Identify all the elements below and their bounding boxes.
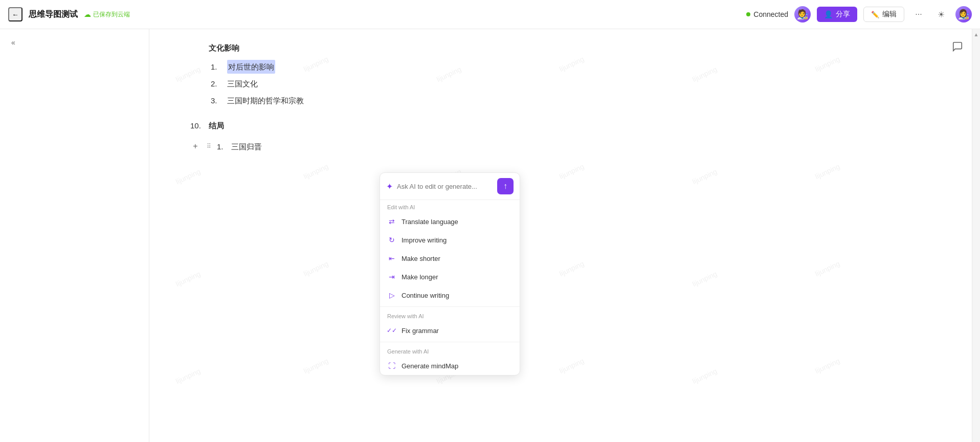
make-longer-menu-item[interactable]: ⇥ Make longer <box>380 268 520 286</box>
cloud-saved-status: ☁ 已保存到云端 <box>84 10 130 19</box>
fix-grammar-menu-item[interactable]: ✓✓ Fix grammar <box>380 321 520 340</box>
row-content: 1. 三国归晋 <box>217 140 949 153</box>
continue-icon: ▷ <box>387 291 396 300</box>
doc-title: 思维导图测试 <box>29 9 78 20</box>
user-avatar: 👩‍🎨 <box>955 6 972 23</box>
sidebar-collapse-button[interactable]: « <box>6 35 20 50</box>
shorter-label: Make shorter <box>402 255 440 262</box>
ai-spark-icon: ✦ <box>386 182 393 191</box>
edit-ai-section-label: Edit with AI <box>380 200 520 212</box>
sub-num-2: 2. <box>211 77 225 91</box>
watermark: lijunping <box>814 259 841 278</box>
ai-popup: ✦ ↑ Edit with AI ⇄ Translate language ↻ … <box>380 172 520 375</box>
saved-label: 已保存到云端 <box>93 10 130 19</box>
back-button[interactable]: ← <box>8 7 23 21</box>
watermark: lijunping <box>814 357 841 375</box>
content-area: lijunping lijunping lijunping lijunping … <box>149 29 980 442</box>
watermark: lijunping <box>558 259 585 278</box>
translate-menu-item[interactable]: ⇄ Translate language <box>380 212 520 231</box>
grammar-label: Fix grammar <box>402 327 439 335</box>
generate-mindmap-menu-item[interactable]: ⛶ Generate mindMap <box>380 357 520 375</box>
make-shorter-menu-item[interactable]: ⇤ Make shorter <box>380 249 520 268</box>
longer-icon: ⇥ <box>387 272 396 281</box>
ai-divider-2 <box>380 342 520 342</box>
review-ai-section-label: Review with AI <box>380 309 520 321</box>
shorter-icon: ⇤ <box>387 254 396 263</box>
doc-content: 文化影响 1. 对后世的影响 2. 三国文化 3. 三国时期的哲学和宗教 <box>149 29 980 165</box>
add-row-button[interactable]: + <box>190 142 201 152</box>
improve-label: Improve writing <box>402 236 447 244</box>
sub-num-row: 1. <box>217 140 231 153</box>
watermark: lijunping <box>691 167 718 186</box>
watermark: lijunping <box>174 367 202 385</box>
editable-row: + ⠿ 1. 三国归晋 <box>190 138 949 155</box>
connected-label: Connected <box>753 10 788 18</box>
settings-button[interactable]: ☀ <box>933 6 949 23</box>
edit-label: 编辑 <box>882 10 897 19</box>
sub-num-3: 3. <box>211 94 225 107</box>
ai-input-row: ✦ ↑ <box>380 173 520 200</box>
list-item: 1. 对后世的影响 <box>211 58 949 75</box>
header-right: Connected 🧑‍🎨 👤 分享 ✏️ 编辑 ··· ☀ 👩‍🎨 <box>746 6 972 23</box>
ai-input-field[interactable] <box>397 183 493 190</box>
header: ← 思维导图测试 ☁ 已保存到云端 Connected 🧑‍🎨 👤 分享 ✏️ … <box>0 0 980 29</box>
edit-button[interactable]: ✏️ 编辑 <box>863 7 904 22</box>
outline-item-10: 10. 结局 <box>190 117 949 134</box>
longer-label: Make longer <box>402 273 438 281</box>
translate-label: Translate language <box>402 218 458 226</box>
sidebar: « <box>0 29 149 442</box>
num-10: 10. <box>190 119 209 132</box>
list-item: 2. 三国文化 <box>211 75 949 92</box>
share-icon: 👤 <box>824 10 833 18</box>
sub-text-3: 三国时期的哲学和宗教 <box>227 94 304 107</box>
section-title-item: 文化影响 <box>190 39 949 56</box>
continue-writing-menu-item[interactable]: ▷ Continue writing <box>380 286 520 304</box>
watermark: lijunping <box>558 357 585 375</box>
collaborator-avatar: 🧑‍🎨 <box>794 6 811 23</box>
translate-icon: ⇄ <box>387 217 396 226</box>
sub-text-row: 三国归晋 <box>231 140 262 153</box>
share-button[interactable]: 👤 分享 <box>817 7 857 22</box>
cloud-icon: ☁ <box>84 10 91 18</box>
connected-status: Connected <box>746 10 788 18</box>
connected-dot <box>746 12 750 16</box>
ai-divider-1 <box>380 306 520 307</box>
sub-text-1: 对后世的影响 <box>227 60 275 74</box>
mindmap-icon: ⛶ <box>387 361 396 370</box>
edit-pen-icon: ✏️ <box>871 11 879 18</box>
list-item: 3. 三国时期的哲学和宗教 <box>211 92 949 109</box>
watermark: lijunping <box>691 367 718 385</box>
generate-ai-section-label: Generate with AI <box>380 344 520 357</box>
drag-handle[interactable]: ⠿ <box>204 142 214 152</box>
main-layout: « lijunping lijunping lijunping lijunpin… <box>0 29 980 442</box>
ai-send-button[interactable]: ↑ <box>497 178 514 194</box>
watermark: lijunping <box>302 357 329 375</box>
sub-num-1: 1. <box>211 60 225 74</box>
continue-label: Continue writing <box>402 292 449 299</box>
share-label: 分享 <box>836 10 850 19</box>
text-10: 结局 <box>209 119 224 132</box>
watermark: lijunping <box>174 270 202 288</box>
watermark: lijunping <box>174 167 202 186</box>
section-title-text: 文化影响 <box>209 41 239 55</box>
mindmap-label: Generate mindMap <box>402 362 458 370</box>
improve-writing-menu-item[interactable]: ↻ Improve writing <box>380 231 520 249</box>
watermark: lijunping <box>691 270 718 288</box>
sub-text-2: 三国文化 <box>227 77 258 91</box>
watermark: lijunping <box>302 259 329 278</box>
header-left: ← 思维导图测试 ☁ 已保存到云端 <box>8 7 746 21</box>
sub-list: 1. 对后世的影响 2. 三国文化 3. 三国时期的哲学和宗教 <box>190 58 949 109</box>
grammar-icon: ✓✓ <box>387 326 396 335</box>
improve-icon: ↻ <box>387 235 396 245</box>
more-button[interactable]: ··· <box>910 6 927 23</box>
